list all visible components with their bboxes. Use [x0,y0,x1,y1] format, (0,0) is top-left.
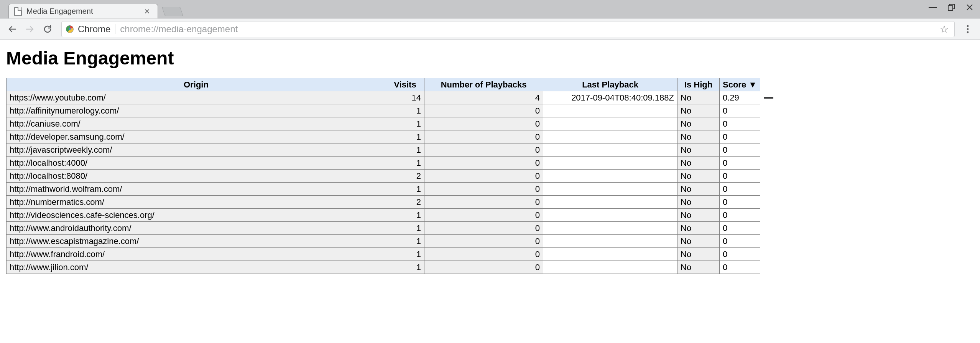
table-header-row: Origin Visits Number of Playbacks Last P… [7,78,760,91]
cell-score: 0 [720,222,760,235]
cell-is-high: No [677,183,720,196]
cell-visits: 1 [386,104,424,117]
cell-is-high: No [677,157,720,170]
cell-origin: http://videosciences.cafe-sciences.org/ [7,209,386,222]
cell-is-high: No [677,248,720,261]
cell-playbacks: 0 [424,143,543,157]
url-scheme-label: Chrome [78,24,115,35]
cell-origin: http://localhost:4000/ [7,157,386,170]
row-marker-icon [764,97,773,99]
cell-is-high: No [677,261,720,274]
cell-score: 0 [720,143,760,157]
cell-is-high: No [677,209,720,222]
table-row: http://mathworld.wolfram.com/10No0 [7,183,760,196]
cell-visits: 1 [386,157,424,170]
cell-last-playback [543,170,677,183]
column-header-origin[interactable]: Origin [7,78,386,91]
cell-score: 0 [720,170,760,183]
cell-visits: 2 [386,170,424,183]
page-icon [14,7,22,16]
table-row: http://localhost:8080/20No0 [7,170,760,183]
cell-playbacks: 0 [424,222,543,235]
cell-score: 0 [720,104,760,117]
cell-origin: http://numbermatics.com/ [7,196,386,209]
window-close-button[interactable] [965,2,975,12]
column-header-score[interactable]: Score ▼ [720,78,760,91]
cell-visits: 1 [386,117,424,130]
toolbar: Chrome chrome://media-engagement ☆ [0,18,980,40]
table-row: http://www.jilion.com/10No0 [7,261,760,274]
cell-score: 0 [720,235,760,248]
table-row: http://affinitynumerology.com/10No0 [7,104,760,117]
cell-visits: 1 [386,222,424,235]
cell-score: 0.29 [720,91,760,104]
column-header-is-high[interactable]: Is High [677,78,720,91]
cell-last-playback [543,183,677,196]
table-row: http://www.escapistmagazine.com/10No0 [7,235,760,248]
svg-point-7 [967,25,969,27]
cell-origin: http://www.jilion.com/ [7,261,386,274]
cell-playbacks: 0 [424,248,543,261]
cell-last-playback [543,196,677,209]
cell-playbacks: 0 [424,261,543,274]
cell-playbacks: 0 [424,183,543,196]
cell-is-high: No [677,143,720,157]
chrome-menu-button[interactable] [960,21,975,37]
cell-visits: 1 [386,261,424,274]
address-bar[interactable]: Chrome chrome://media-engagement ☆ [61,21,955,37]
cell-origin: http://localhost:8080/ [7,170,386,183]
cell-score: 0 [720,196,760,209]
new-tab-button[interactable] [162,7,183,16]
engagement-table: Origin Visits Number of Playbacks Last P… [6,78,760,274]
column-header-last[interactable]: Last Playback [543,78,677,91]
cell-score: 0 [720,183,760,196]
cell-playbacks: 0 [424,209,543,222]
cell-is-high: No [677,222,720,235]
omnibox-divider [115,24,115,34]
cell-playbacks: 0 [424,117,543,130]
browser-tab[interactable]: Media Engagement ✕ [8,4,158,18]
cell-visits: 1 [386,183,424,196]
cell-origin: http://www.androidauthority.com/ [7,222,386,235]
window-controls: — [928,2,975,12]
cell-is-high: No [677,91,720,104]
forward-button[interactable] [22,21,38,37]
back-button[interactable] [5,21,20,37]
bookmark-star-icon[interactable]: ☆ [937,23,950,36]
url-text: chrome://media-engagement [120,24,937,35]
tab-strip: Media Engagement ✕ — [0,0,980,18]
table-row: http://www.frandroid.com/10No0 [7,248,760,261]
cell-score: 0 [720,209,760,222]
table-row: http://www.androidauthority.com/10No0 [7,222,760,235]
cell-last-playback [543,157,677,170]
window-maximize-button[interactable] [946,2,956,12]
cell-origin: https://www.youtube.com/ [7,91,386,104]
table-row: https://www.youtube.com/1442017-09-04T08… [7,91,760,104]
reload-button[interactable] [40,21,55,37]
table-row: http://localhost:4000/10No0 [7,157,760,170]
cell-visits: 2 [386,196,424,209]
cell-is-high: No [677,130,720,143]
cell-origin: http://www.escapistmagazine.com/ [7,235,386,248]
cell-playbacks: 0 [424,104,543,117]
table-row: http://javascriptweekly.com/10No0 [7,143,760,157]
cell-visits: 1 [386,235,424,248]
column-header-visits[interactable]: Visits [386,78,424,91]
cell-playbacks: 4 [424,91,543,104]
cell-is-high: No [677,235,720,248]
cell-playbacks: 0 [424,235,543,248]
page-content: Media Engagement Origin Visits Number of… [0,40,980,282]
cell-playbacks: 0 [424,130,543,143]
tab-close-button[interactable]: ✕ [142,6,152,17]
svg-point-8 [967,28,969,30]
cell-last-playback [543,143,677,157]
cell-last-playback [543,222,677,235]
window-minimize-button[interactable]: — [928,2,938,12]
cell-origin: http://affinitynumerology.com/ [7,104,386,117]
cell-visits: 1 [386,143,424,157]
cell-score: 0 [720,261,760,274]
cell-playbacks: 0 [424,170,543,183]
cell-score: 0 [720,157,760,170]
table-row: http://developer.samsung.com/10No0 [7,130,760,143]
column-header-playbacks[interactable]: Number of Playbacks [424,78,543,91]
